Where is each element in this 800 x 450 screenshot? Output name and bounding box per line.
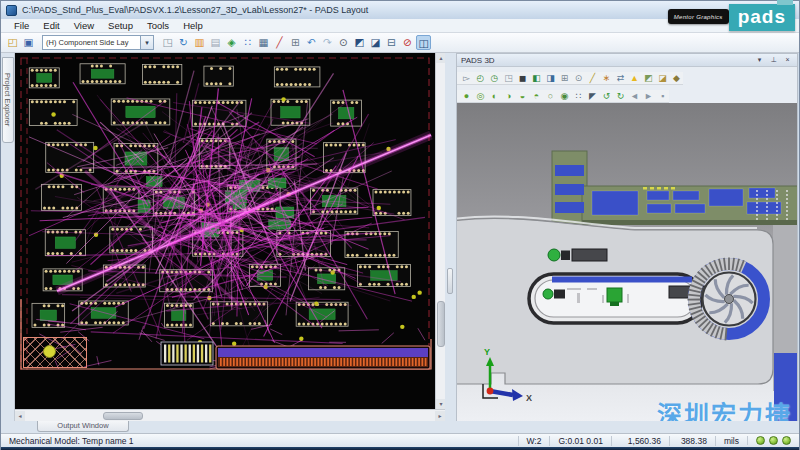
bottom-dock-strip: Output Window bbox=[1, 421, 799, 433]
horizontal-scroll-thumb[interactable] bbox=[103, 412, 143, 420]
reset-view-icon[interactable]: ▪ bbox=[656, 90, 669, 102]
view-board-icon[interactable]: ⊟ bbox=[384, 35, 399, 50]
top-view-icon[interactable]: ◎ bbox=[474, 90, 487, 102]
splitter-grip[interactable] bbox=[447, 268, 453, 294]
layer-select[interactable]: (H) Component Side Lay ▾ bbox=[42, 35, 154, 50]
right-view-icon[interactable]: ○ bbox=[544, 90, 557, 102]
eco-mode-icon[interactable]: ◈ bbox=[224, 35, 239, 50]
section-view-icon[interactable]: ◩ bbox=[642, 72, 655, 84]
chevron-down-icon[interactable]: ▾ bbox=[140, 36, 153, 49]
drc-icon[interactable]: ⊘ bbox=[400, 35, 415, 50]
y-axis-label: Y bbox=[484, 347, 490, 357]
redo-icon[interactable]: ↷ bbox=[320, 35, 335, 50]
main-toolbar: ◰▣ (H) Component Side Lay ▾ ◳↻▥▤◈∷▦╱⊞↶↷⊙… bbox=[1, 33, 799, 53]
rotate-ccw-icon[interactable]: ↺ bbox=[600, 90, 613, 102]
prev-view-icon[interactable]: ◄ bbox=[628, 90, 641, 102]
undo-icon[interactable]: ↶ bbox=[304, 35, 319, 50]
add-route-icon[interactable]: ╱ bbox=[272, 35, 287, 50]
snap-points-icon[interactable]: ∗ bbox=[600, 72, 613, 84]
copper-toggle-icon[interactable]: ◨ bbox=[544, 72, 557, 84]
menu-setup[interactable]: Setup bbox=[101, 20, 140, 31]
brand-overlay: Mentor Graphics pads bbox=[668, 4, 795, 31]
collision-check-icon[interactable]: ⇄ bbox=[614, 72, 627, 84]
status-led-2[interactable] bbox=[769, 436, 778, 445]
app-icon bbox=[6, 5, 17, 16]
pads-3d-header: PADS 3D ▾⊥× bbox=[457, 54, 797, 67]
status-grid: G:0.01 0.01 bbox=[549, 436, 610, 446]
grid-snap-icon[interactable]: ∷ bbox=[240, 35, 255, 50]
status-line-width: W:2 bbox=[518, 436, 550, 446]
custom-view-icon[interactable]: ◉ bbox=[558, 90, 571, 102]
menu-edit[interactable]: Edit bbox=[36, 20, 66, 31]
back-view-icon[interactable]: ◒ bbox=[516, 90, 529, 102]
zoom-icon[interactable]: ⊙ bbox=[336, 35, 351, 50]
x-axis-label: X bbox=[526, 393, 532, 403]
vertical-scrollbar[interactable]: ▴ ▾ bbox=[435, 53, 445, 409]
print-preview-icon[interactable]: ◳ bbox=[160, 35, 175, 50]
open-icon[interactable]: ◰ bbox=[5, 35, 20, 50]
pads-layout-window: C:\PADS_Stnd_Plus_Eval\PADSVX.1.2\Lesson… bbox=[0, 0, 800, 450]
design-toolbox-icon[interactable]: ⊞ bbox=[288, 35, 303, 50]
settings-3d-icon[interactable]: ◆ bbox=[670, 72, 683, 84]
status-led-3[interactable] bbox=[782, 436, 791, 445]
pads-logo-text: pads bbox=[738, 6, 786, 27]
menu-help[interactable]: Help bbox=[176, 20, 210, 31]
components-toggle-icon[interactable]: ◧ bbox=[530, 72, 543, 84]
next-view-icon[interactable]: ► bbox=[642, 90, 655, 102]
left-view-icon[interactable]: ◓ bbox=[530, 90, 543, 102]
panel-splitter[interactable] bbox=[445, 53, 456, 421]
multi-select-icon[interactable]: ∷ bbox=[572, 90, 585, 102]
horizontal-scrollbar[interactable]: ◂ ▸ bbox=[15, 409, 445, 421]
status-led-1[interactable] bbox=[756, 436, 765, 445]
fit-board-icon[interactable]: ◳ bbox=[502, 72, 515, 84]
scroll-left-icon[interactable]: ◂ bbox=[15, 411, 25, 421]
view-nets-icon[interactable]: ◪ bbox=[368, 35, 383, 50]
rotate-view-icon[interactable]: ◴ bbox=[474, 72, 487, 84]
measure-icon[interactable]: ╱ bbox=[586, 72, 599, 84]
pads-3d-toolbar-2: ●◎◐◑◒◓○◉∷◤↺↻◄►▪ bbox=[457, 90, 669, 103]
clipboard-icon[interactable]: ▤ bbox=[208, 35, 223, 50]
pads-3d-panel: PADS 3D ▾⊥× ▻◴◷◳◼◧◨⊞⊙╱∗⇄▲◩◪◆ ●◎◐◑◒◓○◉∷◤↺… bbox=[456, 53, 798, 421]
zoom-window-icon[interactable]: ⊞ bbox=[558, 72, 571, 84]
layer-select-value: (H) Component Side Lay bbox=[43, 38, 140, 47]
pads-3d-toolbar-1: ▻◴◷◳◼◧◨⊞⊙╱∗⇄▲◩◪◆ bbox=[457, 72, 683, 85]
menu-tools[interactable]: Tools bbox=[140, 20, 176, 31]
spin-view-icon[interactable]: ◷ bbox=[488, 72, 501, 84]
export-3d-icon[interactable]: ◪ bbox=[656, 72, 669, 84]
close-icon[interactable]: × bbox=[782, 55, 793, 65]
auto-hide-icon[interactable]: ⊥ bbox=[768, 55, 779, 65]
zoom-fit-icon[interactable]: ⊙ bbox=[572, 72, 585, 84]
status-leds bbox=[747, 436, 799, 445]
window-title: C:\PADS_Stnd_Plus_Eval\PADSVX.1.2\Lesson… bbox=[22, 5, 368, 15]
library-icon[interactable]: ▥ bbox=[192, 35, 207, 50]
board-3d-icon[interactable]: ◼ bbox=[516, 72, 529, 84]
project-explorer-tab[interactable]: Project Explorer bbox=[2, 57, 14, 143]
mounting-hole bbox=[43, 345, 56, 358]
view-3d-icon[interactable]: ◫ bbox=[416, 35, 431, 50]
rotate-cw-icon[interactable]: ↻ bbox=[614, 90, 627, 102]
pads-logo-tab bbox=[777, 0, 793, 5]
status-units: mils bbox=[715, 436, 747, 446]
viewport-3d[interactable]: YX 深圳宏力捷 bbox=[457, 103, 797, 432]
menu-file[interactable]: File bbox=[7, 20, 36, 31]
status-coord-y: 388.38 bbox=[669, 436, 715, 446]
redraw-icon[interactable]: ↻ bbox=[176, 35, 191, 50]
output-window-tab[interactable]: Output Window bbox=[37, 421, 129, 432]
front-view-icon[interactable]: ◑ bbox=[502, 90, 515, 102]
iso-view-icon[interactable]: ● bbox=[460, 90, 473, 102]
view-extents-icon[interactable]: ◩ bbox=[352, 35, 367, 50]
vertical-scroll-thumb[interactable] bbox=[437, 301, 445, 347]
warnings-icon[interactable]: ▲ bbox=[628, 72, 641, 84]
window-position-icon[interactable]: ▾ bbox=[754, 55, 765, 65]
mentor-graphics-badge: Mentor Graphics bbox=[668, 9, 729, 24]
status-message: Mechanical Model: Temp name 1 bbox=[1, 436, 518, 446]
display-colors-icon[interactable]: ▦ bbox=[256, 35, 271, 50]
bottom-view-icon[interactable]: ◐ bbox=[488, 90, 501, 102]
save-icon[interactable]: ▣ bbox=[21, 35, 36, 50]
pointer-mode-icon[interactable]: ◤ bbox=[586, 90, 599, 102]
pads-3d-title: PADS 3D bbox=[461, 56, 752, 65]
select-3d-icon[interactable]: ▻ bbox=[460, 72, 473, 84]
pads-logo: pads bbox=[729, 4, 795, 31]
scroll-right-icon[interactable]: ▸ bbox=[435, 411, 445, 421]
menu-view[interactable]: View bbox=[67, 20, 101, 31]
